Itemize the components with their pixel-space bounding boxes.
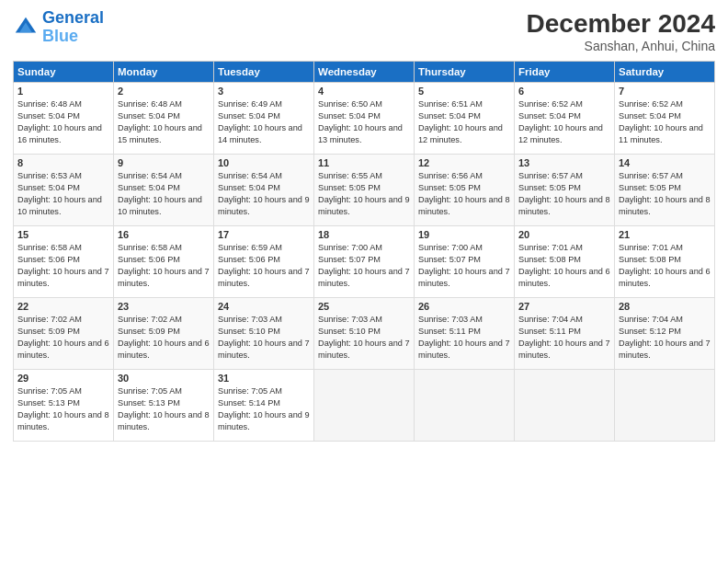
day-number: 25	[318, 301, 410, 312]
weekday-header-saturday: Saturday	[615, 62, 715, 83]
day-cell-13: 13 Sunrise: 6:57 AMSunset: 5:05 PMDaylig…	[515, 155, 615, 226]
weekday-header-sunday: Sunday	[14, 62, 114, 83]
day-number: 11	[318, 157, 410, 168]
day-cell-15: 15 Sunrise: 6:58 AMSunset: 5:06 PMDaylig…	[14, 226, 114, 298]
day-cell-14: 14 Sunrise: 6:57 AMSunset: 5:05 PMDaylig…	[615, 155, 715, 226]
weekday-header-friday: Friday	[515, 62, 615, 83]
day-info: Sunrise: 7:02 AMSunset: 5:09 PMDaylight:…	[17, 314, 109, 362]
day-cell-1: 1 Sunrise: 6:48 AMSunset: 5:04 PMDayligh…	[14, 83, 114, 155]
day-number: 16	[118, 229, 210, 240]
day-number: 3	[218, 86, 310, 97]
day-number: 29	[17, 373, 109, 384]
day-info: Sunrise: 6:52 AMSunset: 5:04 PMDaylight:…	[518, 98, 610, 146]
day-info: Sunrise: 7:03 AMSunset: 5:11 PMDaylight:…	[418, 314, 510, 362]
day-info: Sunrise: 6:59 AMSunset: 5:06 PMDaylight:…	[218, 242, 310, 290]
day-cell-7: 7 Sunrise: 6:52 AMSunset: 5:04 PMDayligh…	[615, 83, 715, 155]
logo: General Blue	[13, 9, 104, 46]
logo-icon	[13, 15, 39, 40]
day-number: 14	[619, 157, 711, 168]
day-info: Sunrise: 6:48 AMSunset: 5:04 PMDaylight:…	[17, 98, 109, 146]
day-info: Sunrise: 6:48 AMSunset: 5:04 PMDaylight:…	[118, 98, 210, 146]
day-info: Sunrise: 7:04 AMSunset: 5:11 PMDaylight:…	[518, 314, 610, 362]
calendar-week-row-1: 1 Sunrise: 6:48 AMSunset: 5:04 PMDayligh…	[14, 83, 715, 155]
day-cell-27: 27 Sunrise: 7:04 AMSunset: 5:11 PMDaylig…	[515, 298, 615, 370]
empty-cell	[415, 370, 515, 442]
day-cell-30: 30 Sunrise: 7:05 AMSunset: 5:13 PMDaylig…	[114, 370, 214, 442]
day-number: 19	[418, 229, 510, 240]
day-info: Sunrise: 7:05 AMSunset: 5:13 PMDaylight:…	[118, 385, 210, 433]
day-info: Sunrise: 7:05 AMSunset: 5:14 PMDaylight:…	[218, 385, 310, 433]
day-info: Sunrise: 6:58 AMSunset: 5:06 PMDaylight:…	[118, 242, 210, 290]
calendar-week-row-4: 22 Sunrise: 7:02 AMSunset: 5:09 PMDaylig…	[14, 298, 715, 370]
day-info: Sunrise: 6:49 AMSunset: 5:04 PMDaylight:…	[218, 98, 310, 146]
day-info: Sunrise: 7:05 AMSunset: 5:13 PMDaylight:…	[17, 385, 109, 433]
header: General Blue December 2024 Sanshan, Anhu…	[13, 9, 715, 53]
day-info: Sunrise: 6:51 AMSunset: 5:04 PMDaylight:…	[418, 98, 510, 146]
day-info: Sunrise: 6:50 AMSunset: 5:04 PMDaylight:…	[318, 98, 410, 146]
day-info: Sunrise: 7:03 AMSunset: 5:10 PMDaylight:…	[318, 314, 410, 362]
day-cell-31: 31 Sunrise: 7:05 AMSunset: 5:14 PMDaylig…	[214, 370, 314, 442]
day-info: Sunrise: 7:04 AMSunset: 5:12 PMDaylight:…	[619, 314, 711, 362]
day-cell-5: 5 Sunrise: 6:51 AMSunset: 5:04 PMDayligh…	[415, 83, 515, 155]
day-number: 8	[17, 157, 109, 168]
day-number: 6	[518, 86, 610, 97]
title-block: December 2024 Sanshan, Anhui, China	[527, 9, 715, 53]
logo-text: General Blue	[42, 9, 104, 46]
day-info: Sunrise: 6:53 AMSunset: 5:04 PMDaylight:…	[17, 170, 109, 218]
day-number: 28	[619, 301, 711, 312]
day-cell-24: 24 Sunrise: 7:03 AMSunset: 5:10 PMDaylig…	[214, 298, 314, 370]
day-number: 5	[418, 86, 510, 97]
weekday-header-row: SundayMondayTuesdayWednesdayThursdayFrid…	[14, 62, 715, 83]
day-cell-17: 17 Sunrise: 6:59 AMSunset: 5:06 PMDaylig…	[214, 226, 314, 298]
day-number: 9	[118, 157, 210, 168]
day-info: Sunrise: 7:00 AMSunset: 5:07 PMDaylight:…	[418, 242, 510, 290]
day-number: 22	[17, 301, 109, 312]
day-number: 26	[418, 301, 510, 312]
day-cell-9: 9 Sunrise: 6:54 AMSunset: 5:04 PMDayligh…	[114, 155, 214, 226]
day-info: Sunrise: 6:57 AMSunset: 5:05 PMDaylight:…	[518, 170, 610, 218]
weekday-header-thursday: Thursday	[415, 62, 515, 83]
day-number: 31	[218, 373, 310, 384]
day-cell-16: 16 Sunrise: 6:58 AMSunset: 5:06 PMDaylig…	[114, 226, 214, 298]
day-number: 18	[318, 229, 410, 240]
day-number: 15	[17, 229, 109, 240]
day-number: 24	[218, 301, 310, 312]
empty-cell	[314, 370, 415, 442]
day-number: 2	[118, 86, 210, 97]
day-number: 17	[218, 229, 310, 240]
empty-cell	[615, 370, 715, 442]
day-cell-10: 10 Sunrise: 6:54 AMSunset: 5:04 PMDaylig…	[214, 155, 314, 226]
weekday-header-wednesday: Wednesday	[314, 62, 415, 83]
day-info: Sunrise: 7:01 AMSunset: 5:08 PMDaylight:…	[518, 242, 610, 290]
day-cell-12: 12 Sunrise: 6:56 AMSunset: 5:05 PMDaylig…	[415, 155, 515, 226]
day-cell-18: 18 Sunrise: 7:00 AMSunset: 5:07 PMDaylig…	[314, 226, 415, 298]
day-info: Sunrise: 6:58 AMSunset: 5:06 PMDaylight:…	[17, 242, 109, 290]
day-info: Sunrise: 6:52 AMSunset: 5:04 PMDaylight:…	[619, 98, 711, 146]
day-cell-26: 26 Sunrise: 7:03 AMSunset: 5:11 PMDaylig…	[415, 298, 515, 370]
day-number: 7	[619, 86, 711, 97]
day-cell-2: 2 Sunrise: 6:48 AMSunset: 5:04 PMDayligh…	[114, 83, 214, 155]
day-info: Sunrise: 6:56 AMSunset: 5:05 PMDaylight:…	[418, 170, 510, 218]
day-cell-25: 25 Sunrise: 7:03 AMSunset: 5:10 PMDaylig…	[314, 298, 415, 370]
day-cell-28: 28 Sunrise: 7:04 AMSunset: 5:12 PMDaylig…	[615, 298, 715, 370]
day-cell-22: 22 Sunrise: 7:02 AMSunset: 5:09 PMDaylig…	[14, 298, 114, 370]
day-info: Sunrise: 7:00 AMSunset: 5:07 PMDaylight:…	[318, 242, 410, 290]
day-info: Sunrise: 7:01 AMSunset: 5:08 PMDaylight:…	[619, 242, 711, 290]
main-title: December 2024	[527, 9, 715, 39]
day-cell-21: 21 Sunrise: 7:01 AMSunset: 5:08 PMDaylig…	[615, 226, 715, 298]
day-number: 21	[619, 229, 711, 240]
calendar-week-row-5: 29 Sunrise: 7:05 AMSunset: 5:13 PMDaylig…	[14, 370, 715, 442]
calendar-week-row-3: 15 Sunrise: 6:58 AMSunset: 5:06 PMDaylig…	[14, 226, 715, 298]
day-number: 4	[318, 86, 410, 97]
day-info: Sunrise: 6:54 AMSunset: 5:04 PMDaylight:…	[118, 170, 210, 218]
day-info: Sunrise: 6:57 AMSunset: 5:05 PMDaylight:…	[619, 170, 711, 218]
day-number: 20	[518, 229, 610, 240]
day-cell-3: 3 Sunrise: 6:49 AMSunset: 5:04 PMDayligh…	[214, 83, 314, 155]
page: General Blue December 2024 Sanshan, Anhu…	[0, 0, 728, 563]
calendar-table: SundayMondayTuesdayWednesdayThursdayFrid…	[13, 61, 715, 442]
day-number: 27	[518, 301, 610, 312]
day-cell-23: 23 Sunrise: 7:02 AMSunset: 5:09 PMDaylig…	[114, 298, 214, 370]
day-number: 1	[17, 86, 109, 97]
day-cell-8: 8 Sunrise: 6:53 AMSunset: 5:04 PMDayligh…	[14, 155, 114, 226]
empty-cell	[515, 370, 615, 442]
